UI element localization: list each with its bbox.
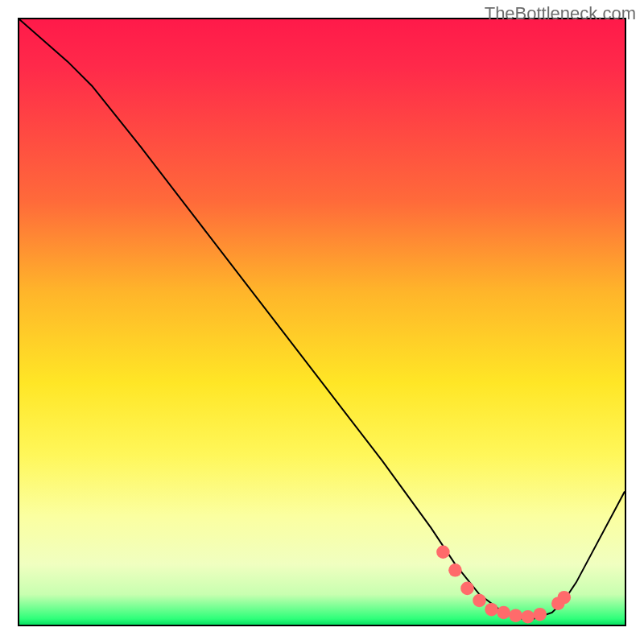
bottleneck-curve: [19, 19, 625, 618]
highlight-dot: [448, 564, 462, 577]
highlight-dot: [460, 582, 474, 596]
plot-area: [19, 19, 625, 625]
highlight-dot: [533, 608, 547, 621]
chart-container: TheBottleneck.com: [0, 0, 644, 644]
highlight-dot: [485, 603, 498, 617]
highlight-dot: [436, 545, 450, 559]
watermark-text: TheBottleneck.com: [485, 3, 636, 24]
curve-svg: [19, 19, 625, 625]
highlight-dot: [497, 606, 510, 620]
highlight-dot: [509, 609, 522, 622]
highlight-dot: [558, 591, 572, 605]
highlight-dot: [473, 594, 486, 608]
highlight-dot: [521, 610, 535, 624]
optimal-range-dots: [436, 545, 571, 623]
